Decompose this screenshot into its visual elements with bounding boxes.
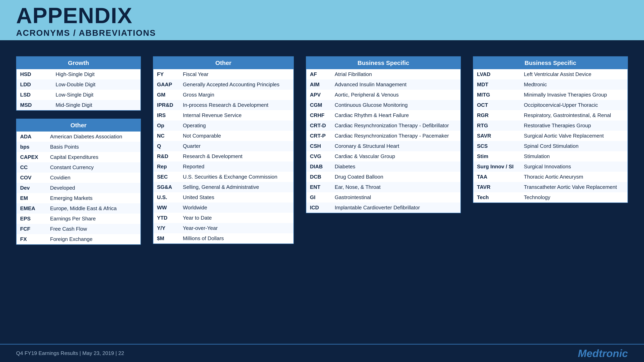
- table-cell-definition: Atrial Fibrillation: [331, 69, 460, 79]
- table-cell-definition: Stimulation: [520, 151, 628, 161]
- table-cell-abbr: Tech: [473, 192, 520, 203]
- table-row: CRHFCardiac Rhythm & Heart Failure: [306, 110, 460, 120]
- table-row: ICDImplantable Cardioverter Defibrillato…: [306, 203, 460, 213]
- table-row: EMEAEurope, Middle East & Africa: [16, 203, 140, 214]
- table-cell-definition: Spinal Cord Stimulation: [520, 141, 628, 151]
- table-row: CCConstant Currency: [16, 162, 140, 173]
- table-cell-definition: Surgical Innovations: [520, 161, 628, 172]
- table-cell-abbr: SAVR: [473, 131, 520, 141]
- other-mid-table-header: Other: [153, 57, 294, 69]
- table-row: SECU.S. Securities & Exchange Commission: [153, 172, 294, 182]
- table-row: DevDeveloped: [16, 183, 140, 193]
- table-cell-definition: Implantable Cardioverter Defibrillator: [331, 203, 460, 213]
- table-cell-definition: Cardiac Rhythm & Heart Failure: [331, 110, 460, 120]
- business2-table-header: Business Specific: [473, 57, 628, 69]
- table-cell-abbr: CRT-P: [306, 131, 331, 141]
- left-column: Growth HSDHigh-Single DigitLDDLow-Double…: [16, 56, 141, 245]
- mid-column: Other FYFiscal YearGAAPGenerally Accepte…: [153, 56, 294, 244]
- table-cell-abbr: TAA: [473, 172, 520, 182]
- table-row: AFAtrial Fibrillation: [306, 69, 460, 79]
- table-cell-definition: Covidien: [46, 173, 140, 183]
- table-cell-abbr: DIAB: [306, 161, 331, 172]
- table-cell-abbr: IPR&D: [153, 100, 179, 110]
- table-row: SCSSpinal Cord Stimulation: [473, 141, 628, 151]
- page-subtitle: ACRONYMS / ABBREVIATIONS: [16, 28, 628, 38]
- table-cell-definition: Fiscal Year: [179, 69, 294, 79]
- other-left-table-body: ADAAmerican Diabetes AssociationbpsBasis…: [16, 131, 140, 244]
- right-section: Business Specific AFAtrial FibrillationA…: [306, 56, 628, 213]
- table-row: FXForeign Exchange: [16, 234, 140, 244]
- table-cell-definition: Gross Margin: [179, 90, 294, 100]
- table-cell-abbr: CAPEX: [16, 152, 46, 162]
- table-cell-definition: Constant Currency: [46, 162, 140, 173]
- table-cell-abbr: CRT-D: [306, 120, 331, 131]
- table-row: CAPEXCapital Expenditures: [16, 152, 140, 162]
- table-cell-abbr: YTD: [153, 213, 179, 223]
- table-cell-abbr: GAAP: [153, 79, 179, 90]
- table-row: CRT-DCardiac Resynchronization Therapy -…: [306, 120, 460, 131]
- table-row: LDDLow-Double Digit: [16, 79, 140, 90]
- table-row: OCTOccipitocervical-Upper Thoracic: [473, 100, 628, 110]
- table-row: OpOperating: [153, 120, 294, 131]
- table-cell-abbr: Q: [153, 141, 179, 151]
- table-cell-definition: Surgical Aortic Valve Replacement: [520, 131, 628, 141]
- table-row: APVAortic, Peripheral & Venous: [306, 90, 460, 100]
- business2-column: Business Specific LVADLeft Ventricular A…: [473, 56, 628, 213]
- table-cell-abbr: RGR: [473, 110, 520, 120]
- table-cell-abbr: U.S.: [153, 192, 179, 203]
- main-content: Growth HSDHigh-Single DigitLDDLow-Double…: [0, 40, 644, 253]
- table-row: LVADLeft Ventricular Assist Device: [473, 69, 628, 79]
- table-cell-definition: Millions of Dollars: [179, 233, 294, 244]
- table-cell-definition: Technology: [520, 192, 628, 203]
- table-cell-abbr: AF: [306, 69, 331, 79]
- table-row: TAAThoracic Aortic Aneurysm: [473, 172, 628, 182]
- table-cell-definition: Low-Double Digit: [52, 79, 140, 90]
- table-row: DCBDrug Coated Balloon: [306, 172, 460, 182]
- table-cell-abbr: EMEA: [16, 203, 46, 214]
- table-cell-definition: Occipitocervical-Upper Thoracic: [520, 100, 628, 110]
- table-cell-definition: Operating: [179, 120, 294, 131]
- table-row: COVCovidien: [16, 173, 140, 183]
- table-cell-definition: Reported: [179, 161, 294, 172]
- table-row: TAVRTranscatheter Aortic Valve Replaceme…: [473, 182, 628, 192]
- table-cell-definition: Year-over-Year: [179, 223, 294, 233]
- table-cell-abbr: LSD: [16, 90, 52, 100]
- table-cell-definition: Capital Expenditures: [46, 152, 140, 162]
- table-cell-abbr: Stim: [473, 151, 520, 161]
- table-cell-abbr: Y/Y: [153, 223, 179, 233]
- table-cell-abbr: CSH: [306, 141, 331, 151]
- table-row: GAAPGenerally Accepted Accounting Princi…: [153, 79, 294, 90]
- table-row: StimStimulation: [473, 151, 628, 161]
- table-row: Y/YYear-over-Year: [153, 223, 294, 233]
- table-cell-abbr: RTG: [473, 120, 520, 131]
- table-cell-definition: Earnings Per Share: [46, 214, 140, 224]
- table-cell-definition: Cardiac Resynchronization Therapy - Pace…: [331, 131, 460, 141]
- table-cell-abbr: GI: [306, 192, 331, 203]
- table-row: LSDLow-Single Digit: [16, 90, 140, 100]
- table-cell-definition: Research & Development: [179, 151, 294, 161]
- table-cell-definition: Worldwide: [179, 203, 294, 213]
- table-cell-abbr: CC: [16, 162, 46, 173]
- table-cell-definition: Transcatheter Aortic Valve Replacement: [520, 182, 628, 192]
- table-cell-abbr: SCS: [473, 141, 520, 151]
- growth-table-header: Growth: [16, 57, 140, 69]
- table-cell-definition: High-Single Digit: [52, 69, 140, 79]
- growth-table-body: HSDHigh-Single DigitLDDLow-Double DigitL…: [16, 69, 140, 110]
- table-row: ENTEar, Nose, & Throat: [306, 182, 460, 192]
- other-mid-table-body: FYFiscal YearGAAPGenerally Accepted Acco…: [153, 69, 294, 244]
- business1-column: Business Specific AFAtrial FibrillationA…: [306, 56, 461, 213]
- table-cell-abbr: R&D: [153, 151, 179, 161]
- table-cell-definition: Restorative Therapies Group: [520, 120, 628, 131]
- table-cell-abbr: WW: [153, 203, 179, 213]
- table-row: RepReported: [153, 161, 294, 172]
- table-cell-abbr: CGM: [306, 100, 331, 110]
- table-cell-abbr: LVAD: [473, 69, 520, 79]
- table-cell-definition: Emerging Markets: [46, 193, 140, 203]
- page-footer: Q4 FY19 Earnings Results | May 23, 2019 …: [0, 344, 644, 362]
- table-row: MITGMinimally Invasive Therapies Group: [473, 90, 628, 100]
- table-row: HSDHigh-Single Digit: [16, 69, 140, 79]
- table-cell-definition: Gastrointestinal: [331, 192, 460, 203]
- table-cell-abbr: ADA: [16, 131, 46, 142]
- table-cell-abbr: FX: [16, 234, 46, 244]
- table-cell-abbr: HSD: [16, 69, 52, 79]
